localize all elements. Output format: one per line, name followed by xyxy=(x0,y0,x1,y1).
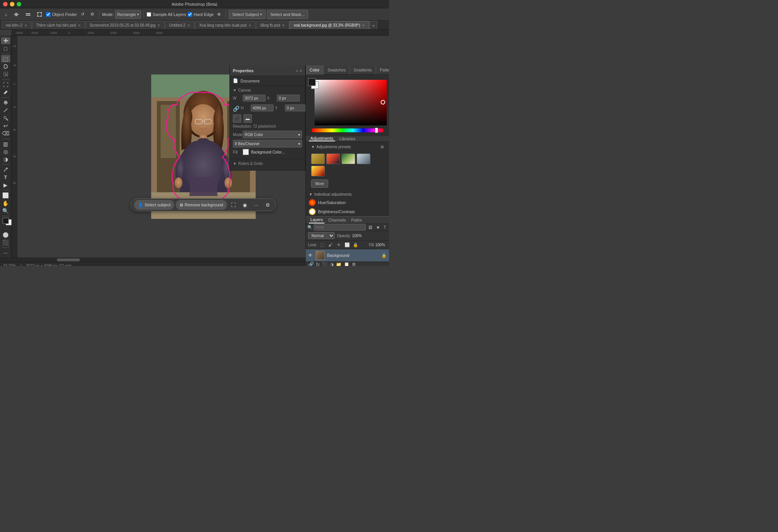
adj-preset-3[interactable] xyxy=(342,154,355,164)
adj-preset-5[interactable] xyxy=(311,166,325,176)
y-input[interactable] xyxy=(285,104,308,111)
tab-6[interactable]: xoá background.jpg @ 33,3% (RGB/8*) ✕ xyxy=(289,21,369,29)
color-tab[interactable]: Color xyxy=(306,65,324,74)
color-mode-dropdown[interactable]: RGB Color ▾ xyxy=(243,131,302,138)
more-float-btn[interactable]: ··· xyxy=(251,200,261,210)
tab-close-4[interactable]: ✕ xyxy=(248,24,251,27)
select-subject-button[interactable]: Select Subject ▾ xyxy=(229,10,265,19)
tab-1[interactable]: Thêm cảnh hai bên.psd ✕ xyxy=(32,21,85,29)
document-row[interactable]: 📄 Document xyxy=(233,78,302,83)
close-button[interactable] xyxy=(3,2,8,6)
path-select-tool[interactable]: ▶ xyxy=(1,182,10,188)
refresh-btn[interactable]: ↺ xyxy=(79,10,87,19)
lock-checkerboard-btn[interactable]: ⬚ xyxy=(319,241,326,248)
tab-close-2[interactable]: ✕ xyxy=(157,24,160,27)
x-input[interactable] xyxy=(277,95,300,101)
tab-close-0[interactable]: ✕ xyxy=(24,24,27,27)
swatches-tab[interactable]: Swatches xyxy=(324,65,350,74)
layer-effects-btn[interactable]: fx xyxy=(316,262,319,266)
tab-close-5[interactable]: ✕ xyxy=(282,24,285,27)
zoom-tool[interactable]: 🔍 xyxy=(1,207,10,214)
layers-search-input[interactable] xyxy=(314,224,366,231)
canvas-title[interactable]: ▼ Canvas xyxy=(233,88,302,92)
lock-brush-btn[interactable]: 🖌 xyxy=(327,241,334,248)
remove-bg-btn[interactable]: ⊠ Remove background xyxy=(176,200,227,210)
brush-tool[interactable] xyxy=(1,107,10,114)
link-icon[interactable]: 🔗 xyxy=(233,106,239,112)
rulers-grids-title[interactable]: ▼ Rulers & Grids xyxy=(233,162,302,166)
tab-close-3[interactable]: ✕ xyxy=(187,24,190,27)
hue-saturation-item[interactable]: Hue/Saturation xyxy=(306,198,389,207)
extra-tool-btn[interactable]: ⊕ xyxy=(215,10,223,19)
new-layer-btn[interactable]: 📋 xyxy=(344,262,349,266)
hue-bar[interactable] xyxy=(312,128,384,132)
group-layers-btn[interactable]: 📁 xyxy=(336,262,342,266)
shape-tool[interactable]: ⬜ xyxy=(1,192,10,199)
adj-layer-btn[interactable]: ◑ xyxy=(330,262,334,266)
tab-2[interactable]: Screenshot 2023-05-25 at 03.58.48.jpg ✕ xyxy=(85,21,164,29)
bits-dropdown[interactable]: 8 Bits/Channel ▾ xyxy=(233,140,302,147)
history-brush-tool[interactable]: ↩ xyxy=(1,122,10,129)
screen-mode-tool[interactable]: ⬛ xyxy=(1,239,10,246)
more-presets-btn[interactable]: More xyxy=(311,179,328,188)
layers-tool-2[interactable]: ✱ xyxy=(375,224,381,231)
tabs-overflow-btn[interactable]: » xyxy=(370,21,377,29)
transform-btn[interactable] xyxy=(35,10,44,19)
eyedropper-tool[interactable] xyxy=(1,89,10,96)
tab-close-1[interactable]: ✕ xyxy=(78,24,81,27)
channels-tab[interactable]: Channels xyxy=(327,217,347,223)
object-select-tool[interactable] xyxy=(1,71,10,78)
foreground-color[interactable] xyxy=(3,218,9,224)
adj-grid-icon[interactable]: ⊞ xyxy=(381,145,384,149)
object-finder-checkbox[interactable]: Object Finder xyxy=(46,12,77,17)
gradient-tool[interactable]: ▥ xyxy=(1,140,10,147)
paths-tab[interactable]: Paths xyxy=(350,217,364,223)
adj-preset-4[interactable] xyxy=(357,154,370,164)
clone-stamp-tool[interactable] xyxy=(1,115,10,122)
adj-preset-1[interactable] xyxy=(311,154,325,164)
add-mask-btn[interactable]: ⬛ xyxy=(322,262,327,266)
properties-expand-btn[interactable]: » xyxy=(296,68,298,73)
settings-btn[interactable]: ⚙ xyxy=(88,10,96,19)
crop-tool[interactable]: ⛶ xyxy=(1,81,10,88)
mask-float-btn[interactable]: ◉ xyxy=(240,200,250,210)
hard-edge-checkbox[interactable]: Hard Edge xyxy=(188,12,214,17)
layer-visibility-icon[interactable]: 👁 xyxy=(308,253,313,258)
home-tool-btn[interactable]: ⌂ xyxy=(2,10,9,19)
height-input[interactable] xyxy=(251,104,274,111)
landscape-btn[interactable]: ▬ xyxy=(244,114,252,123)
blur-tool[interactable]: ◎ xyxy=(1,148,10,155)
layers-tool-3[interactable]: T xyxy=(382,224,387,231)
tab-close-6[interactable]: ✕ xyxy=(362,24,365,27)
hscrollbar-thumb[interactable] xyxy=(57,258,80,261)
quick-mask-tool[interactable]: ⬤ xyxy=(1,231,10,238)
tab-4[interactable]: Xoá làng cang bên dưới.psd ✕ xyxy=(195,21,256,29)
marquee-tool[interactable]: ⬚ xyxy=(1,55,10,62)
select-mask-button[interactable]: Select and Mask... xyxy=(267,10,308,19)
layers-tool-1[interactable]: 🖼 xyxy=(367,224,374,231)
layers-tool-4[interactable]: ⬛ xyxy=(389,224,389,231)
fg-swatch[interactable] xyxy=(308,78,316,86)
properties-menu-btn[interactable]: ≡ xyxy=(300,68,302,73)
link-layers-btn[interactable]: 🔗 xyxy=(308,262,314,266)
dodge-burn-tool[interactable]: ◑ xyxy=(1,156,10,163)
width-input[interactable] xyxy=(243,95,266,101)
color-gradient-area[interactable] xyxy=(315,80,387,125)
lasso-tool[interactable] xyxy=(1,63,10,70)
minimize-button[interactable] xyxy=(10,2,14,6)
gradients-tab[interactable]: Gradients xyxy=(350,65,376,74)
sample-all-checkbox[interactable]: Sample All Layers xyxy=(147,12,186,17)
patterns-tab[interactable]: Patterns xyxy=(376,65,389,74)
artboard-tool[interactable]: □ xyxy=(1,45,10,52)
adj-preset-2[interactable] xyxy=(326,154,340,164)
tab-5[interactable]: đăng fb.psd ✕ xyxy=(256,21,289,29)
libraries-tab[interactable]: Libraries xyxy=(338,136,357,141)
lock-artboard-btn[interactable]: ⬜ xyxy=(344,241,351,248)
brightness-contrast-item[interactable]: Brightness/Contrast xyxy=(306,207,389,216)
pen-tool[interactable] xyxy=(1,166,10,173)
layer-item-background[interactable]: 👁 Background 🔒 xyxy=(306,249,389,261)
eraser-tool[interactable]: ⌫ xyxy=(1,130,10,137)
move-tool[interactable] xyxy=(1,37,10,44)
layer-btn[interactable] xyxy=(23,10,33,19)
layers-tab[interactable]: Layers xyxy=(309,217,324,223)
